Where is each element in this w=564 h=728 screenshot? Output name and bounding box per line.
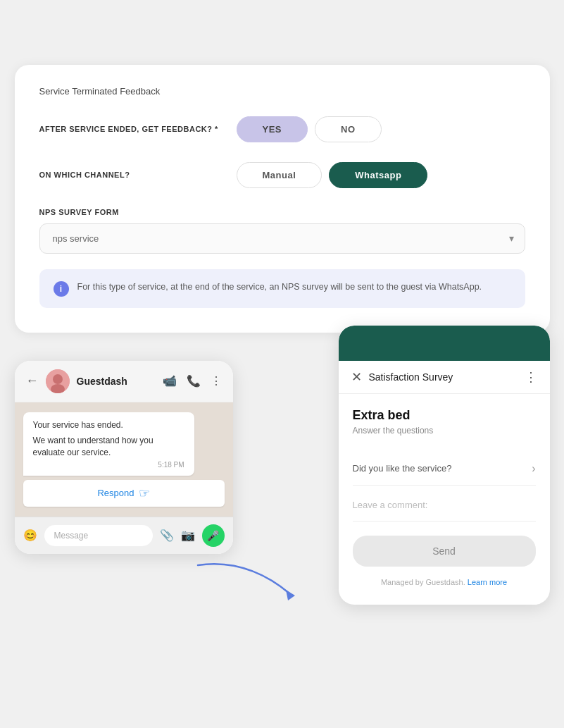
info-box: i For this type of service, at the end o… <box>39 269 525 308</box>
nps-section: NPS SURVEY FORM nps service ▾ <box>39 208 525 254</box>
phone-icon[interactable]: 📞 <box>187 374 201 388</box>
more-icon[interactable]: ⋮ <box>211 374 222 388</box>
survey-subtitle: Answer the questions <box>353 426 536 436</box>
phone-left-header: ← Guestdash 📹 📞 ⋮ <box>15 361 233 402</box>
managed-by-text: Managed by Guestdash. <box>381 578 465 586</box>
svg-point-1 <box>53 374 63 384</box>
select-wrapper: nps service ▾ <box>39 223 525 254</box>
channel-btn-group: Manual Whatsapp <box>237 162 428 188</box>
video-icon[interactable]: 📹 <box>163 374 177 388</box>
mic-icon: 🎤 <box>207 530 219 541</box>
attach-icon[interactable]: 📎 <box>160 529 174 542</box>
arrow-connector <box>184 551 311 610</box>
section-title: Service Terminated Feedback <box>39 86 525 97</box>
nps-label: NPS SURVEY FORM <box>39 208 525 216</box>
comment-label: Leave a comment: <box>353 500 428 510</box>
managed-text: Managed by Guestdash. Learn more <box>353 578 536 593</box>
page-container: Service Terminated Feedback AFTER SERVIC… <box>15 65 550 664</box>
camera-icon[interactable]: 📷 <box>181 529 195 542</box>
phone-right: ✕ Satisfaction Survey ⋮ Extra bed Answer… <box>339 326 550 605</box>
header-icons: 📹 📞 ⋮ <box>163 374 222 388</box>
message-input[interactable]: Message <box>44 525 153 546</box>
phone-right-header: ✕ Satisfaction Survey ⋮ <box>339 361 550 394</box>
info-text: For this type of service, at the end of … <box>77 280 482 294</box>
chat-body: Your service has ended. We want to under… <box>15 402 233 517</box>
chat-line2: We want to understand how you evaluate o… <box>33 435 184 459</box>
feedback-label: AFTER SERVICE ENDED, GET FEEDBACK? * <box>39 125 237 133</box>
respond-label: Respond <box>97 488 134 498</box>
mic-button[interactable]: 🎤 <box>202 524 225 547</box>
arrow-svg <box>184 551 311 607</box>
send-button[interactable]: Send <box>353 536 536 567</box>
info-icon: i <box>54 281 69 297</box>
feedback-row: AFTER SERVICE ENDED, GET FEEDBACK? * YES… <box>39 116 525 142</box>
phone-right-body: Extra bed Answer the questions Did you l… <box>339 394 550 605</box>
nps-select[interactable]: nps service <box>39 223 525 254</box>
emoji-icon[interactable]: 😊 <box>23 529 37 542</box>
manual-button[interactable]: Manual <box>237 162 322 188</box>
chat-line1: Your service has ended. <box>33 419 184 431</box>
svg-marker-3 <box>286 590 295 600</box>
phone-right-header-bg <box>339 326 550 361</box>
avatar <box>46 369 70 393</box>
no-button[interactable]: NO <box>315 116 382 142</box>
phone-left: ← Guestdash 📹 📞 ⋮ <box>15 361 233 554</box>
top-card: Service Terminated Feedback AFTER SERVIC… <box>15 65 550 333</box>
close-icon[interactable]: ✕ <box>351 369 362 385</box>
avatar-image <box>46 369 70 393</box>
bottom-area: ← Guestdash 📹 📞 ⋮ <box>15 319 550 664</box>
back-arrow-icon[interactable]: ← <box>26 374 39 388</box>
learn-more-link[interactable]: Learn more <box>468 578 507 586</box>
contact-name: Guestdash <box>77 376 156 387</box>
comment-field[interactable]: Leave a comment: <box>353 488 536 522</box>
cursor-icon: ☞ <box>139 486 150 501</box>
chevron-right-icon: › <box>532 462 535 475</box>
question-text: Did you like the service? <box>353 463 452 474</box>
phone-left-footer: 😊 Message 📎 📷 🎤 <box>15 517 233 554</box>
channel-row: ON WHICH CHANNEL? Manual Whatsapp <box>39 162 525 188</box>
feedback-btn-group: YES NO <box>237 116 382 142</box>
more-options-icon[interactable]: ⋮ <box>525 369 537 385</box>
survey-title: Satisfaction Survey <box>369 371 525 383</box>
chat-time: 5:18 PM <box>33 461 184 469</box>
respond-button[interactable]: Respond ☞ <box>23 480 225 507</box>
whatsapp-button[interactable]: Whatsapp <box>329 162 427 188</box>
channel-label: ON WHICH CHANNEL? <box>39 171 237 179</box>
yes-button[interactable]: YES <box>237 116 308 142</box>
chat-bubble: Your service has ended. We want to under… <box>23 412 194 476</box>
send-btn-wrapper: Send <box>353 536 536 578</box>
survey-question-row[interactable]: Did you like the service? › <box>353 452 536 486</box>
service-title: Extra bed <box>353 408 536 423</box>
